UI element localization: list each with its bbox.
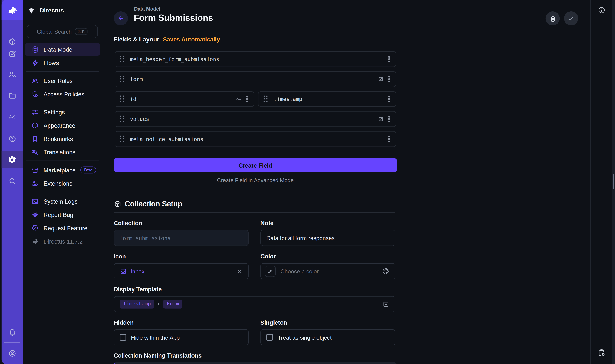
palette-picker-icon[interactable]	[382, 267, 390, 275]
more-options-icon[interactable]	[246, 95, 249, 103]
sidebar-item-system-logs[interactable]: System Logs	[25, 195, 100, 208]
check-icon	[567, 14, 575, 22]
search-module-icon[interactable]	[2, 174, 23, 188]
rabbit-icon	[6, 4, 18, 16]
template-separator: •	[158, 301, 160, 307]
note-value: Data for all form responses	[266, 235, 335, 241]
template-chip-form[interactable]: Form	[163, 300, 182, 308]
sidebar-item-marketplace[interactable]: Marketplace Beta	[25, 164, 100, 176]
field-row-values[interactable]: values	[114, 111, 396, 127]
version-label: Directus 11.7.2	[43, 238, 83, 245]
revisions-clipboard-clock-icon[interactable]	[597, 349, 606, 357]
sidebar-item-label: Marketplace	[43, 167, 76, 173]
sidebar-item-data-model[interactable]: Data Model	[25, 43, 100, 56]
add-field-to-template-icon[interactable]	[382, 301, 390, 308]
shield-user-icon	[31, 90, 39, 98]
info-icon[interactable]	[598, 6, 606, 14]
hidden-label: Hidden	[114, 319, 134, 326]
note-input[interactable]: Data for all form responses	[260, 230, 395, 246]
sidebar-item-flows[interactable]: Flows	[25, 56, 100, 69]
project-selector[interactable]: Directus	[28, 4, 98, 17]
sidebar-item-label: System Logs	[43, 198, 78, 205]
directus-logo[interactable]	[2, 0, 23, 20]
inbox-icon	[120, 268, 127, 275]
template-chip-timestamp[interactable]: Timestamp	[120, 300, 154, 308]
sidebar-item-settings[interactable]: Settings	[25, 106, 100, 118]
translate-icon	[31, 148, 39, 156]
insights-module-icon[interactable]	[2, 110, 23, 124]
sidebar-item-label: Data Model	[43, 46, 74, 52]
collection-input: form_submissions	[114, 230, 249, 246]
palette-icon	[31, 122, 39, 129]
collection-label: Collection	[114, 220, 142, 226]
clear-icon-button[interactable]	[237, 268, 243, 274]
main-content: Data Model Form Submissions Fields & Lay…	[114, 0, 397, 364]
sidebar-item-bookmarks[interactable]: Bookmarks	[25, 132, 100, 145]
create-field-advanced-link[interactable]: Create Field in Advanced Mode	[114, 177, 397, 183]
drag-handle-icon[interactable]	[120, 116, 125, 123]
hidden-checkbox-label[interactable]: Hide within the App	[131, 334, 180, 340]
singleton-checkbox-label[interactable]: Treat as single object	[278, 334, 332, 340]
more-options-icon[interactable]	[388, 135, 391, 143]
sidebar-item-user-roles[interactable]: User Roles	[25, 74, 100, 87]
notifications-bell-icon[interactable]	[2, 325, 23, 339]
hidden-checkbox[interactable]	[120, 334, 126, 341]
breadcrumb[interactable]: Data Model	[134, 6, 160, 12]
collection-setup-heading: Collection Setup	[125, 200, 182, 208]
editor-module-icon[interactable]	[2, 47, 23, 60]
color-input[interactable]: Choose a color...	[260, 263, 395, 279]
drag-handle-icon[interactable]	[120, 96, 125, 103]
content-module-icon[interactable]	[2, 35, 23, 48]
save-button[interactable]	[564, 11, 578, 26]
display-template-input[interactable]: Timestamp • Form	[114, 296, 395, 312]
scrollbar-thumb[interactable]	[613, 174, 614, 189]
directus-version[interactable]: Directus 11.7.2	[25, 235, 100, 247]
display-template-label: Display Template	[114, 286, 162, 292]
back-button[interactable]	[114, 11, 128, 26]
global-search-input[interactable]: Global Search ⌘K	[27, 25, 98, 38]
icon-input[interactable]: Inbox	[114, 263, 249, 279]
more-options-icon[interactable]	[388, 75, 391, 83]
more-options-icon[interactable]	[388, 55, 391, 63]
field-row-form[interactable]: form	[114, 71, 396, 87]
more-options-icon[interactable]	[388, 115, 391, 123]
field-row-meta-notice[interactable]: meta_notice_submissions	[114, 131, 396, 147]
user-avatar[interactable]	[2, 347, 23, 360]
people-icon	[31, 77, 39, 84]
open-relation-icon[interactable]	[378, 76, 384, 82]
directus-app: Directus Global Search ⌘K Data Model	[0, 0, 615, 364]
drag-handle-icon[interactable]	[264, 96, 268, 103]
trash-icon	[549, 15, 556, 22]
section-divider	[114, 212, 395, 213]
extensions-icon	[31, 180, 39, 187]
more-options-icon[interactable]	[388, 95, 391, 103]
field-row-timestamp[interactable]: timestamp	[258, 91, 396, 107]
delete-collection-button[interactable]	[546, 11, 560, 26]
drag-handle-icon[interactable]	[120, 56, 125, 63]
drag-handle-icon[interactable]	[120, 76, 125, 83]
field-row-id[interactable]: id	[114, 91, 254, 107]
drag-handle-icon[interactable]	[120, 136, 125, 143]
files-module-icon[interactable]	[2, 89, 23, 102]
help-module-icon[interactable]	[2, 132, 23, 145]
naming-translations-input-partial[interactable]	[114, 362, 397, 364]
sidebar-item-translations[interactable]: Translations	[25, 146, 100, 158]
create-field-button[interactable]: Create Field	[114, 158, 397, 172]
terminal-icon	[31, 197, 39, 205]
sidebar-item-label: Report Bug	[43, 211, 73, 218]
sidebar-item-extensions[interactable]: Extensions	[25, 177, 100, 189]
sidebar-item-appearance[interactable]: Appearance	[25, 119, 100, 131]
users-module-icon[interactable]	[2, 67, 23, 81]
sidebar-item-label: Flows	[43, 59, 59, 66]
singleton-checkbox[interactable]	[266, 334, 273, 341]
eyedropper-icon[interactable]	[265, 266, 276, 277]
open-relation-icon[interactable]	[378, 116, 384, 122]
scrollbar-track[interactable]	[612, 0, 615, 364]
sidebar-item-report-bug[interactable]: Report Bug	[25, 208, 100, 221]
fields-layout-heading: Fields & Layout	[114, 36, 159, 43]
settings-module-icon[interactable]	[2, 151, 23, 169]
tune-icon	[31, 108, 39, 116]
field-row-meta-header[interactable]: meta_header_form_submissions	[114, 51, 396, 67]
sidebar-item-access-policies[interactable]: Access Policies	[25, 88, 100, 100]
sidebar-item-request-feature[interactable]: Request Feature	[25, 222, 100, 234]
